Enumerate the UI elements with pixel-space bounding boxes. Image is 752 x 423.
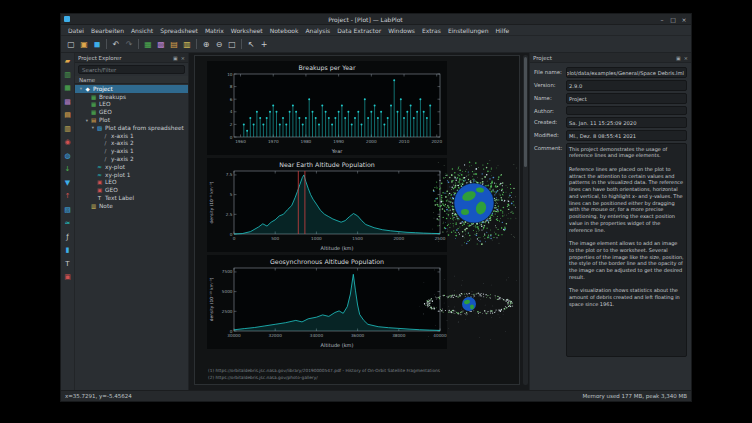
menu-notebook[interactable]: Notebook — [267, 26, 302, 35]
comment-field[interactable]: This project demonstrates the usage of r… — [566, 143, 687, 357]
chart-near-earth-altitude[interactable]: Near Earth Altitude Population0500100015… — [207, 158, 447, 252]
new-image-icon[interactable]: ▣ — [63, 272, 73, 282]
dock-close-icon[interactable]: × — [181, 55, 185, 61]
svg-text:1000: 1000 — [311, 236, 322, 241]
menu-spreadsheet[interactable]: Spreadsheet — [157, 26, 201, 35]
import-sql-icon[interactable]: ▼ — [63, 178, 73, 188]
import-file-icon[interactable]: ↓ — [63, 164, 73, 174]
menu-windows[interactable]: Windows — [385, 26, 418, 35]
chart-breakups-per-year[interactable]: Breakups per Year19601970198019902000201… — [207, 61, 447, 155]
new-note-icon[interactable]: ▥ — [181, 38, 193, 50]
chart-geosynchronous-altitude[interactable]: Geosynchronous Altitude Population300003… — [207, 255, 447, 349]
menu-data-extractor[interactable]: Data Extractor — [334, 26, 384, 35]
menu-datei[interactable]: Datei — [65, 26, 87, 35]
tree-item-x-axis-1[interactable]: /x-axis 1 — [75, 132, 188, 140]
tree-item-xy-plot[interactable]: ≈xy-plot — [75, 163, 188, 171]
zoom-in-icon[interactable]: ⊕ — [200, 38, 212, 50]
svg-text:34000: 34000 — [310, 333, 324, 338]
worksheet[interactable]: Breakups per Year19601970198019902000201… — [194, 55, 520, 385]
scrollbar-thumb[interactable] — [524, 57, 527, 167]
new-worksheet-icon[interactable]: ▤ — [63, 110, 73, 120]
menu-matrix[interactable]: Matrix — [202, 26, 227, 35]
svg-text:1970: 1970 — [268, 139, 279, 144]
menu-hilfe[interactable]: Hilfe — [493, 26, 513, 35]
leo-debris-image[interactable] — [431, 160, 517, 246]
tree-item-breakups[interactable]: ▦Breakups — [75, 93, 188, 101]
tree-item-geo[interactable]: ▣GEO — [75, 186, 188, 194]
new-text-label-icon[interactable]: T — [63, 259, 73, 269]
minimize-button[interactable]: – — [658, 15, 666, 24]
maximize-button[interactable]: □ — [669, 15, 677, 24]
title-bar[interactable]: Project - [Plot] — LabPlot –□× — [61, 14, 691, 25]
axis-icon: / — [102, 148, 109, 154]
tree-item-note[interactable]: ▥Note — [75, 202, 188, 210]
author-field[interactable] — [566, 106, 687, 115]
tree-item-plot[interactable]: ▾▤Plot — [75, 116, 188, 124]
tree-item-leo[interactable]: ▦LEO — [75, 101, 188, 109]
plot-area-stack: Breakups per Year19601970198019902000201… — [207, 61, 447, 349]
modified-field[interactable]: Mi., Dez. 8 08:55:41 2021 — [566, 130, 687, 141]
new-histogram-icon[interactable]: ▮ — [63, 245, 73, 255]
properties-float-icon[interactable]: ▣ — [676, 55, 681, 61]
new-live-data-icon[interactable]: ◍ — [63, 151, 73, 161]
new-worksheet-icon[interactable]: ▤ — [168, 38, 180, 50]
properties-title: Project — [533, 55, 552, 61]
dock-float-icon[interactable]: ▣ — [173, 55, 178, 61]
properties-close-icon[interactable]: × — [684, 55, 688, 61]
menu-einstellungen[interactable]: Einstellungen — [445, 26, 492, 35]
version-field[interactable]: 2.9.0 — [566, 80, 687, 91]
name-field[interactable]: Project — [566, 93, 687, 104]
zoom-original-icon[interactable]: □ — [226, 38, 238, 50]
file-name-field[interactable]: os/Projekte/labplot/data/examples/Genera… — [566, 67, 687, 78]
new-spreadsheet-icon[interactable]: ▦ — [63, 83, 73, 93]
tree-item-y-axis-1[interactable]: /y-axis 1 — [75, 147, 188, 155]
close-button[interactable]: × — [680, 15, 688, 24]
zoom-out-icon[interactable]: ⊖ — [213, 38, 225, 50]
svg-text:7500: 7500 — [222, 269, 233, 274]
menu-analysis[interactable]: Analysis — [303, 26, 334, 35]
window-title: Project - [Plot] — LabPlot — [73, 16, 658, 23]
new-matrix-icon[interactable]: ▩ — [155, 38, 167, 50]
menu-bearbeiten[interactable]: Bearbeiten — [88, 26, 127, 35]
pan-icon[interactable]: + — [258, 38, 270, 50]
menu-extras[interactable]: Extras — [419, 26, 444, 35]
tree-item-geo[interactable]: ▦GEO — [75, 108, 188, 116]
main-area: ▰▥▦▩▤▥◉◍↓▼↑▧≈ƒ▮T▣ Project Explorer ▣ × S… — [61, 53, 691, 390]
tree-item-text-label[interactable]: TText Label — [75, 194, 188, 202]
svg-text:2000: 2000 — [393, 236, 404, 241]
undo-icon[interactable]: ↶ — [110, 38, 122, 50]
new-note-icon[interactable]: ▥ — [63, 124, 73, 134]
menu-ansicht[interactable]: Ansicht — [128, 26, 156, 35]
svg-text:2500: 2500 — [222, 309, 233, 314]
new-matrix-icon[interactable]: ▩ — [63, 97, 73, 107]
tree-column-header[interactable]: Name — [75, 76, 188, 84]
select-icon[interactable]: ↖ — [245, 38, 257, 50]
svg-text:4: 4 — [230, 109, 233, 114]
created-field[interactable]: Sa. Jan. 11 15:25:09 2020 — [566, 117, 687, 128]
field-row-comment: Comment:This project demonstrates the us… — [534, 143, 687, 357]
save-project-icon[interactable]: ◼ — [91, 38, 103, 50]
new-spreadsheet-icon[interactable]: ▦ — [142, 38, 154, 50]
svg-text:density (10⁻¹⁰ km⁻³): density (10⁻¹⁰ km⁻³) — [209, 277, 214, 321]
tree-item-project[interactable]: ▾◆Project — [75, 85, 188, 93]
tree-item-plot-data-from-spreadsheet[interactable]: ▾▧Plot data from spreadsheet — [75, 124, 188, 132]
new-curve-icon[interactable]: ≈ — [63, 218, 73, 228]
geo-debris-image[interactable] — [419, 268, 519, 340]
tree-item-x-axis-2[interactable]: /x-axis 2 — [75, 140, 188, 148]
project-icon: ◆ — [84, 86, 91, 92]
open-project-icon[interactable]: ▣ — [78, 38, 90, 50]
new-plot-icon[interactable]: ▧ — [63, 205, 73, 215]
export-icon[interactable]: ↑ — [63, 191, 73, 201]
new-datapicker-icon[interactable]: ◉ — [63, 137, 73, 147]
new-workbook-icon[interactable]: ▥ — [63, 70, 73, 80]
tree-item-y-axis-2[interactable]: /y-axis 2 — [75, 155, 188, 163]
tree-item-leo[interactable]: ▣LEO — [75, 179, 188, 187]
search-input[interactable]: Search/Filter — [78, 65, 185, 74]
new-folder-icon[interactable]: ▰ — [63, 56, 73, 66]
new-project-icon[interactable]: ▢ — [65, 38, 77, 50]
new-equation-curve-icon[interactable]: ƒ — [63, 232, 73, 242]
menu-worksheet[interactable]: Worksheet — [228, 26, 266, 35]
redo-icon[interactable]: ↷ — [123, 38, 135, 50]
tree-item-xy-plot-1[interactable]: ≈xy-plot 1 — [75, 171, 188, 179]
vertical-scrollbar[interactable] — [523, 55, 528, 385]
